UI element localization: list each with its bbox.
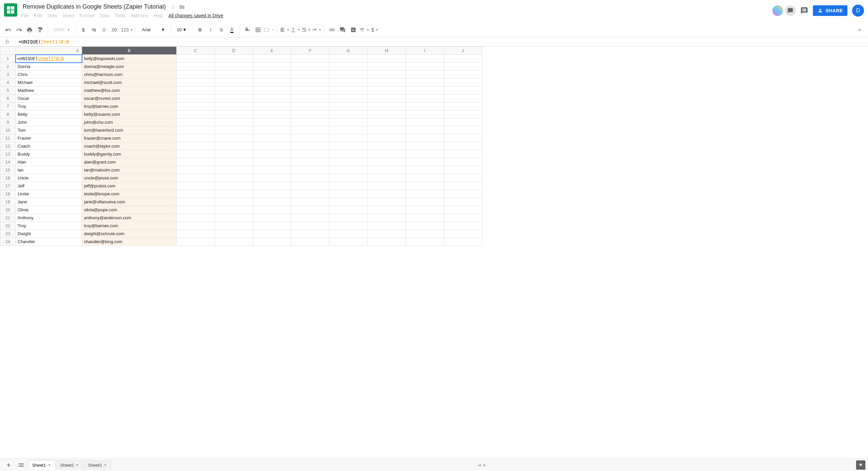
cell[interactable]: John: [16, 119, 82, 126]
cell[interactable]: anthony@anderson.com: [82, 214, 177, 222]
column-header-A[interactable]: A: [16, 47, 82, 55]
cell[interactable]: [291, 206, 330, 214]
cell[interactable]: [330, 214, 368, 222]
cell[interactable]: jeff@probst.com: [82, 182, 177, 190]
cell[interactable]: [253, 238, 291, 246]
cell[interactable]: [444, 78, 482, 87]
cell[interactable]: [291, 142, 330, 150]
menu-help[interactable]: Help: [154, 13, 163, 18]
cell[interactable]: [215, 230, 253, 238]
cell[interactable]: [406, 214, 444, 222]
cell[interactable]: Jane: [16, 198, 82, 206]
cell[interactable]: Frasier: [16, 134, 82, 142]
cell[interactable]: [444, 166, 482, 174]
menu-data[interactable]: Data: [100, 13, 110, 18]
cell[interactable]: [406, 95, 444, 102]
text-wrap-button[interactable]: ▼: [301, 25, 311, 35]
cell[interactable]: [444, 222, 482, 230]
cell[interactable]: [291, 71, 330, 78]
cell[interactable]: [368, 206, 406, 214]
increase-decimal-button[interactable]: .00→: [110, 25, 120, 35]
cell[interactable]: [291, 102, 330, 110]
cell[interactable]: john@cho.com: [82, 119, 177, 126]
cell[interactable]: [330, 174, 368, 182]
cell[interactable]: Donna: [16, 63, 82, 71]
sheets-app-icon[interactable]: [4, 3, 17, 16]
cell[interactable]: [444, 55, 482, 63]
cell[interactable]: [330, 206, 368, 214]
horizontal-scroll-hint[interactable]: ◀ ▶: [478, 463, 490, 467]
cell[interactable]: [330, 182, 368, 190]
cell[interactable]: [177, 134, 215, 142]
cell[interactable]: [330, 142, 368, 150]
decrease-decimal-button[interactable]: .0←: [100, 25, 110, 35]
cell[interactable]: [406, 198, 444, 206]
cell[interactable]: [215, 55, 253, 63]
cell[interactable]: Alan: [16, 158, 82, 166]
cell[interactable]: [177, 238, 215, 246]
strikethrough-button[interactable]: S: [216, 25, 226, 35]
cell[interactable]: Buddy: [16, 150, 82, 158]
cell[interactable]: [368, 126, 406, 134]
cell[interactable]: [444, 206, 482, 214]
cell[interactable]: [215, 142, 253, 150]
cell[interactable]: [215, 150, 253, 158]
cell[interactable]: [291, 134, 330, 142]
cell[interactable]: [368, 150, 406, 158]
spreadsheet-grid[interactable]: A B C D E F G H I J 1Sheet3!A1=UNIQUE(Sh…: [0, 46, 868, 459]
cell[interactable]: [368, 222, 406, 230]
cell[interactable]: [253, 158, 291, 166]
menu-format[interactable]: Format: [80, 13, 94, 18]
cell[interactable]: [253, 182, 291, 190]
cell[interactable]: buddy@garrity.com: [82, 150, 177, 158]
cell[interactable]: [406, 142, 444, 150]
cell[interactable]: [406, 182, 444, 190]
row-header[interactable]: 13: [0, 150, 16, 158]
account-avatar[interactable]: D: [852, 5, 864, 16]
column-header-G[interactable]: G: [330, 47, 368, 55]
cell[interactable]: [330, 150, 368, 158]
sheet-tab[interactable]: Sheet2▼: [56, 460, 83, 470]
cell[interactable]: [177, 150, 215, 158]
cell[interactable]: [444, 110, 482, 119]
font-select[interactable]: Arial▼: [138, 27, 168, 32]
cell[interactable]: [215, 134, 253, 142]
merge-cells-button[interactable]: ▼: [264, 25, 274, 35]
cell[interactable]: Anthony: [16, 214, 82, 222]
cell[interactable]: [368, 174, 406, 182]
cell[interactable]: [291, 87, 330, 95]
row-header[interactable]: 14: [0, 158, 16, 166]
cell[interactable]: chandler@bing.com: [82, 238, 177, 246]
cell[interactable]: jane@villanueva.com: [82, 198, 177, 206]
cell[interactable]: uncle@jesse.com: [82, 174, 177, 182]
cell[interactable]: [406, 206, 444, 214]
cell[interactable]: [406, 166, 444, 174]
cell[interactable]: frasier@crane.com: [82, 134, 177, 142]
zoom-select[interactable]: 100%▼: [51, 27, 73, 32]
cell[interactable]: [444, 126, 482, 134]
redo-button[interactable]: [14, 25, 24, 35]
cell[interactable]: oscar@nunez.com: [82, 95, 177, 102]
cell[interactable]: [330, 78, 368, 87]
cell[interactable]: [177, 110, 215, 119]
cell[interactable]: [215, 238, 253, 246]
save-status[interactable]: All changes saved in Drive: [168, 13, 223, 18]
cell[interactable]: [253, 71, 291, 78]
cell[interactable]: [177, 222, 215, 230]
cell[interactable]: [215, 87, 253, 95]
currency-button[interactable]: $: [79, 25, 88, 35]
cell[interactable]: [406, 102, 444, 110]
move-folder-icon[interactable]: [179, 4, 185, 10]
cell[interactable]: [444, 214, 482, 222]
add-sheet-button[interactable]: [3, 460, 14, 470]
cell[interactable]: [177, 206, 215, 214]
menu-edit[interactable]: Edit: [34, 13, 42, 18]
cell[interactable]: [444, 238, 482, 246]
functions-button[interactable]: Σ▼: [370, 25, 380, 35]
row-header[interactable]: 16: [0, 174, 16, 182]
select-all-corner[interactable]: [0, 47, 16, 55]
cell[interactable]: [253, 110, 291, 119]
cell[interactable]: [177, 230, 215, 238]
cell[interactable]: alan@grant.com: [82, 158, 177, 166]
cell[interactable]: [406, 174, 444, 182]
